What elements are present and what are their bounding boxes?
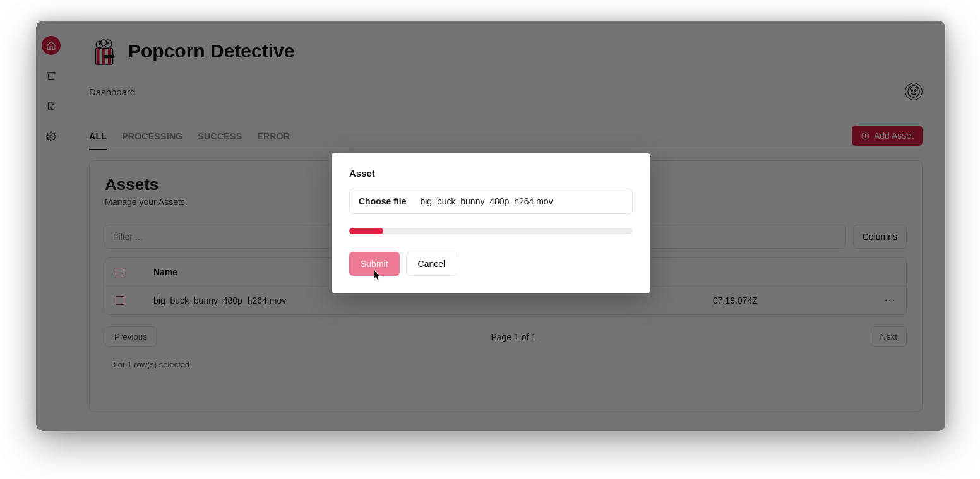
- upload-progress-fill: [349, 228, 383, 234]
- selected-filename: big_buck_bunny_480p_h264.mov: [415, 196, 553, 206]
- modal-title: Asset: [349, 168, 633, 179]
- upload-progress: [349, 228, 633, 234]
- file-input[interactable]: Choose file big_buck_bunny_480p_h264.mov: [349, 189, 633, 214]
- cancel-button[interactable]: Cancel: [406, 252, 458, 276]
- upload-asset-modal: Asset Choose file big_buck_bunny_480p_h2…: [332, 153, 650, 293]
- choose-file-button[interactable]: Choose file: [350, 189, 415, 213]
- submit-button[interactable]: Submit: [349, 252, 400, 276]
